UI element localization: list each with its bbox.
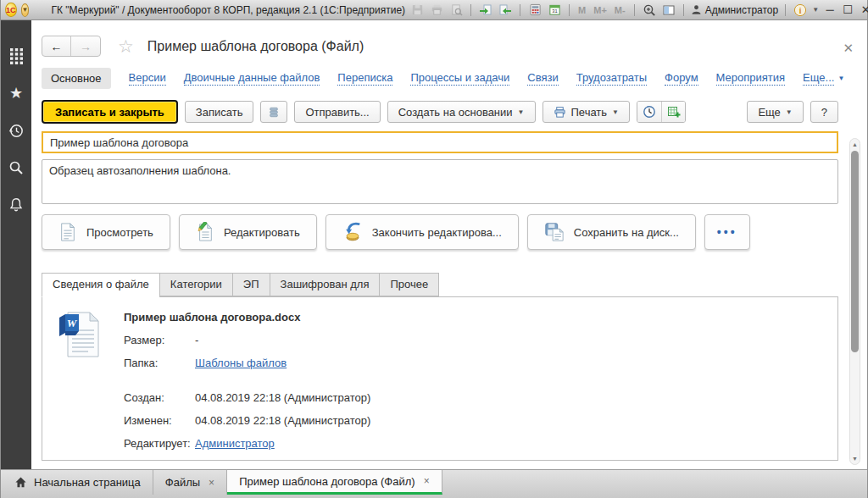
send-button[interactable]: Отправить... bbox=[294, 101, 380, 123]
maximize-button[interactable]: ☐ bbox=[841, 3, 854, 16]
calculator-icon[interactable] bbox=[527, 3, 542, 18]
load-file-icon[interactable] bbox=[478, 3, 493, 18]
divider bbox=[785, 4, 786, 16]
modified-label: Изменен: bbox=[124, 414, 195, 427]
edit-document-icon bbox=[196, 222, 214, 242]
chevron-down-icon: ▼ bbox=[786, 108, 793, 116]
calendar-icon[interactable]: 31 bbox=[547, 3, 562, 18]
create-based-on-button[interactable]: Создать на основании▼ bbox=[387, 101, 536, 123]
save-to-disk-button[interactable]: Сохранить на диск... bbox=[527, 214, 696, 250]
tab-other[interactable]: Прочее bbox=[379, 273, 439, 296]
nav-tab-main[interactable]: Основное bbox=[42, 68, 111, 89]
add-to-favorites-star-icon[interactable]: ☆ bbox=[118, 36, 134, 57]
tab-home-page[interactable]: Начальная страница bbox=[3, 470, 153, 495]
svg-text:i: i bbox=[799, 6, 802, 14]
divider bbox=[634, 4, 635, 16]
edit-file-button[interactable]: Редактировать bbox=[179, 214, 317, 250]
save-icon[interactable] bbox=[409, 3, 425, 18]
history-nav-group: ← → bbox=[42, 36, 101, 57]
menu-grid-icon[interactable] bbox=[8, 47, 25, 64]
nav-link-relations[interactable]: Связи bbox=[527, 71, 558, 86]
scroll-up-icon[interactable]: ▲ bbox=[850, 141, 860, 147]
tab-categories[interactable]: Категории bbox=[159, 273, 232, 296]
file-description-textarea[interactable]: Образец автозаполнения шаблона. bbox=[42, 159, 838, 204]
nav-link-binary-data[interactable]: Двоичные данные файлов bbox=[184, 71, 320, 86]
split-window-icon[interactable] bbox=[661, 3, 676, 18]
scroll-down-icon[interactable]: ▼ bbox=[850, 456, 860, 462]
minimize-button[interactable]: ─ bbox=[823, 3, 837, 16]
printer-icon bbox=[554, 106, 566, 119]
more-button[interactable]: Еще▼ bbox=[747, 101, 803, 123]
nav-link-labor-costs[interactable]: Трудозатраты bbox=[576, 71, 647, 86]
tab-encrypted-for[interactable]: Зашифрован для bbox=[270, 273, 380, 296]
notifications-bell-icon[interactable] bbox=[8, 196, 25, 213]
info-dropdown-icon[interactable]: ▼ bbox=[812, 6, 819, 14]
tab-signature[interactable]: ЭП bbox=[232, 273, 270, 296]
file-name-input[interactable] bbox=[42, 131, 838, 153]
favorites-star-icon[interactable]: ★ bbox=[8, 85, 25, 102]
main-menu-dropdown-icon[interactable]: ▼ bbox=[21, 3, 30, 17]
memory-clear-button[interactable]: M bbox=[576, 5, 587, 15]
editor-link[interactable]: Администратор bbox=[195, 437, 275, 450]
close-tab-icon[interactable]: × bbox=[424, 475, 430, 487]
divider bbox=[569, 4, 570, 16]
size-value: - bbox=[195, 334, 198, 346]
search-icon[interactable] bbox=[8, 159, 25, 176]
back-button[interactable]: ← bbox=[42, 36, 71, 56]
clock-icon bbox=[643, 105, 656, 119]
zoom-icon[interactable] bbox=[642, 3, 657, 18]
save-to-disk-icon bbox=[544, 222, 565, 242]
nav-more-menu[interactable]: Еще...▼ bbox=[803, 71, 844, 86]
scrollbar-thumb[interactable] bbox=[851, 151, 859, 352]
document-icon bbox=[58, 222, 77, 242]
file-name-label: Пример шаблона договора.docx bbox=[124, 311, 370, 324]
divider bbox=[683, 4, 684, 16]
table-plus-icon bbox=[667, 105, 681, 119]
file-info-tabs: Сведения о файле Категории ЭП Зашифрован… bbox=[42, 273, 838, 296]
finish-editing-button[interactable]: Закончить редактирова... bbox=[326, 214, 519, 250]
svg-text:W: W bbox=[67, 317, 78, 329]
nav-link-forum[interactable]: Форум bbox=[665, 71, 698, 86]
memory-add-button[interactable]: M+ bbox=[592, 5, 609, 15]
nav-link-processes-tasks[interactable]: Процессы и задачи bbox=[410, 71, 509, 86]
title-bar: 1С ▼ ГК "Меркурий" / Документооборот 8 К… bbox=[1, 0, 867, 20]
nav-link-events[interactable]: Мероприятия bbox=[716, 71, 786, 86]
help-button[interactable]: ? bbox=[810, 101, 838, 123]
close-button[interactable]: ✕ bbox=[859, 3, 868, 16]
stack-icon bbox=[268, 106, 280, 119]
print-icon[interactable] bbox=[429, 3, 444, 18]
info-icon[interactable]: i bbox=[793, 3, 808, 18]
current-user[interactable]: Администратор bbox=[691, 4, 779, 16]
forward-button[interactable]: → bbox=[71, 36, 100, 56]
more-actions-button[interactable]: ••• bbox=[704, 214, 750, 250]
vertical-scrollbar[interactable]: ▲ ▼ bbox=[849, 138, 860, 465]
folder-label: Папка: bbox=[124, 357, 195, 369]
view-file-button[interactable]: Просмотреть bbox=[42, 214, 170, 250]
save-and-close-button[interactable]: Записать и закрыть bbox=[42, 100, 178, 124]
print-preview-icon[interactable] bbox=[448, 3, 464, 18]
window-title: ГК "Меркурий" / Документооборот 8 КОРП, … bbox=[51, 4, 405, 16]
nav-link-correspondence[interactable]: Переписка bbox=[337, 71, 392, 86]
print-button[interactable]: Печать▼ bbox=[542, 101, 631, 123]
history-icon[interactable] bbox=[8, 122, 25, 139]
close-tab-icon[interactable]: × bbox=[209, 477, 214, 489]
save-file-icon[interactable] bbox=[498, 3, 513, 18]
created-value: 04.08.2019 22:18 (Администратор) bbox=[195, 391, 370, 404]
divider bbox=[470, 4, 471, 16]
tab-contract-template-file[interactable]: Пример шаблона договора (Файл) × bbox=[227, 470, 442, 495]
nav-link-versions[interactable]: Версии bbox=[129, 71, 166, 86]
save-button[interactable]: Записать bbox=[185, 101, 254, 123]
1c-logo-icon[interactable]: 1С bbox=[5, 3, 17, 17]
user-icon bbox=[691, 4, 702, 15]
form-close-icon[interactable]: ✕ bbox=[843, 41, 854, 56]
add-report-button[interactable] bbox=[661, 102, 685, 122]
memory-subtract-button[interactable]: M- bbox=[613, 5, 627, 15]
tab-file-info[interactable]: Сведения о файле bbox=[42, 273, 159, 297]
file-card-form: ✕ ← → ☆ Пример шаблона договора (Файл) О… bbox=[31, 20, 867, 469]
file-actions-bar: Просмотреть Редактировать Закончить реда… bbox=[42, 214, 838, 250]
history-clock-button[interactable] bbox=[637, 102, 661, 122]
versions-stack-button[interactable] bbox=[260, 101, 287, 123]
size-label: Размер: bbox=[124, 334, 195, 346]
folder-link[interactable]: Шаблоны файлов bbox=[195, 357, 287, 369]
tab-files-list[interactable]: Файлы × bbox=[153, 470, 227, 495]
